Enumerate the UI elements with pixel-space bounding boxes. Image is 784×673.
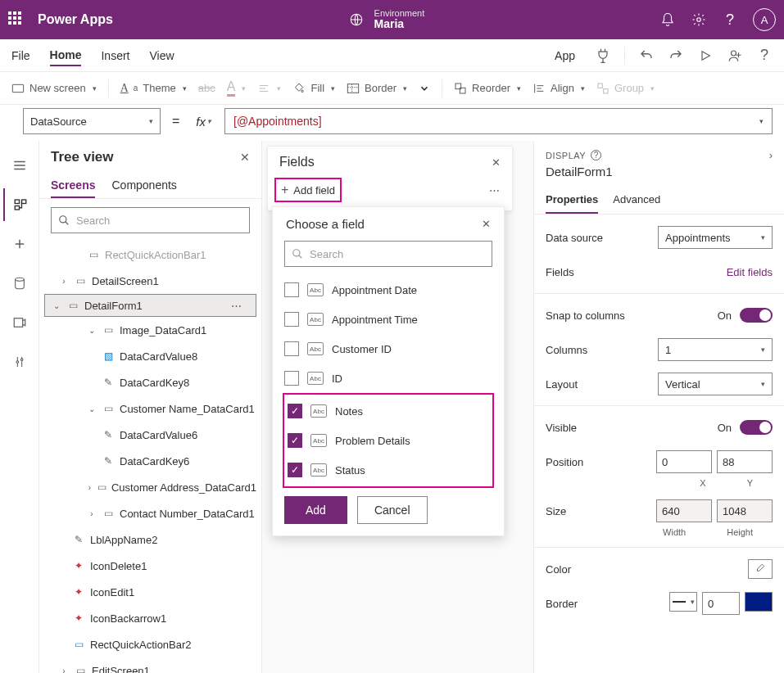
cancel-button[interactable]: Cancel [357,496,428,524]
avatar[interactable]: A [753,8,776,31]
tree-node[interactable]: ▭RectQuickActionBar1 [44,242,256,268]
border-color-picker[interactable] [745,592,773,612]
reorder-button[interactable]: Reorder▾ [454,82,521,95]
field-row[interactable]: AbcAppointment Time [284,305,492,334]
tree-node[interactable]: ▧DataCardValue8 [44,343,256,369]
theme-button[interactable]: Aa Theme▾ [120,82,187,95]
fx-label[interactable]: fx▾ [191,115,216,129]
position-x-input[interactable]: 0 [656,450,712,473]
field-row[interactable]: ✓AbcStatus [288,455,489,485]
close-icon[interactable]: ✕ [482,218,491,230]
rail-data-icon[interactable] [3,267,36,300]
tree-node-selected[interactable]: ⌄▭DetailForm1⋯ [44,294,256,317]
tree-node[interactable]: ✎DataCardValue6 [44,422,256,448]
info-icon[interactable]: ? [591,150,601,160]
field-row[interactable]: AbcID [284,364,492,393]
snap-toggle[interactable] [740,308,773,323]
chevron-down-icon[interactable]: ⌄ [87,404,97,413]
chevron-right-icon[interactable]: › [87,509,97,518]
menu-view[interactable]: View [149,46,174,65]
close-icon[interactable]: ✕ [492,156,501,169]
checkbox[interactable] [284,282,299,297]
rail-tree-icon[interactable] [3,188,36,221]
chevron-right-icon[interactable]: › [769,149,773,161]
position-y-input[interactable]: 88 [717,450,773,473]
tree-node[interactable]: ⌄▭Image_DataCard1 [44,317,256,343]
rail-tools-icon[interactable] [3,346,36,378]
help-icon[interactable]: ? [722,11,738,28]
chevron-down-icon[interactable]: ⌄ [87,326,97,335]
tab-advanced[interactable]: Advanced [613,187,660,214]
tree-node[interactable]: ⌄▭Customer Name_DataCard1 [44,395,256,422]
field-row[interactable]: AbcCustomer ID [284,334,492,364]
menu-home[interactable]: Home [50,45,82,66]
settings-icon[interactable] [691,11,707,28]
tree-node[interactable]: ✦IconEdit1 [44,579,256,605]
datasource-select[interactable]: Appointments▾ [658,226,773,249]
size-width-input[interactable]: 640 [656,499,712,522]
rail-insert-icon[interactable] [3,228,36,260]
tree-node[interactable]: ▭RectQuickActionBar2 [44,631,256,657]
more-icon[interactable]: ⋯ [489,184,501,196]
checkbox[interactable] [284,371,299,386]
chevron-right-icon[interactable]: › [59,666,69,674]
tab-components[interactable]: Components [111,174,176,198]
newscreen-button[interactable]: New screen▾ [11,82,97,94]
chevron-right-icon[interactable]: › [59,277,69,286]
tree-search-input[interactable]: Search [51,207,250,233]
environment-picker[interactable]: Environment Maria [374,8,425,30]
add-button[interactable]: Add [284,496,347,524]
play-icon[interactable] [697,47,714,64]
menu-insert[interactable]: Insert [101,46,129,65]
tree-node[interactable]: ›▭EditScreen1 [44,657,256,673]
border-button[interactable]: Border▾ [347,82,407,94]
redo-icon[interactable] [668,47,684,64]
close-icon[interactable]: ✕ [240,151,250,164]
tree-node[interactable]: ›▭DetailScreen1 [44,268,256,294]
property-selector[interactable]: DataSource ▾ [23,108,161,134]
checkbox-checked[interactable]: ✓ [288,463,302,477]
waffle-icon[interactable] [8,11,25,28]
checkbox-checked[interactable]: ✓ [288,433,302,448]
visible-toggle[interactable] [740,420,773,435]
rail-media-icon[interactable] [3,306,36,339]
formula-input[interactable]: [@Appointments] ▾ [224,108,773,134]
menu-app[interactable]: App [555,46,575,65]
notifications-icon[interactable] [659,11,676,28]
checkbox[interactable] [284,312,299,327]
app-checker-icon[interactable] [595,47,611,64]
checkbox[interactable] [284,341,299,356]
columns-select[interactable]: 1▾ [658,338,773,361]
size-height-input[interactable]: 1048 [717,499,773,522]
add-field-button[interactable]: + Add field [274,178,342,202]
tree-node[interactable]: ✎LblAppName2 [44,526,256,553]
share-icon[interactable] [727,47,743,64]
tree-node[interactable]: ›▭Contact Number_DataCard1 [44,500,256,526]
rail-hamburger-icon[interactable] [3,149,36,182]
menu-file[interactable]: File [11,46,30,65]
help2-icon[interactable]: ? [756,47,773,64]
tab-screens[interactable]: Screens [51,174,95,198]
field-row[interactable]: ✓AbcNotes [288,396,489,426]
tree-node[interactable]: ›▭Customer Address_DataCard1 [44,474,256,500]
chevron-button[interactable] [419,83,430,94]
field-row[interactable]: AbcAppointment Date [284,275,492,305]
chevron-down-icon[interactable]: ⌄ [52,301,61,310]
tab-properties[interactable]: Properties [546,187,598,214]
border-width-input[interactable]: 0 [702,592,740,615]
tree-node[interactable]: ✦IconBackarrow1 [44,605,256,631]
more-icon[interactable]: ⋯ [231,300,242,312]
edit-fields-link[interactable]: Edit fields [727,266,773,278]
tree-node[interactable]: ✎DataCardKey6 [44,448,256,474]
layout-select[interactable]: Vertical▾ [658,373,773,395]
undo-icon[interactable] [638,47,655,64]
tree-node[interactable]: ✦IconDelete1 [44,553,256,579]
chevron-right-icon[interactable]: › [87,483,93,492]
border-style-select[interactable]: ▾ [669,592,697,612]
checkbox-checked[interactable]: ✓ [288,404,302,418]
fill-button[interactable]: Fill▾ [292,82,335,95]
choose-field-search[interactable]: Search [284,241,492,267]
field-row[interactable]: ✓AbcProblem Details [288,426,489,455]
tree-node[interactable]: ✎DataCardKey8 [44,369,256,395]
align-button[interactable]: Align▾ [532,82,585,95]
